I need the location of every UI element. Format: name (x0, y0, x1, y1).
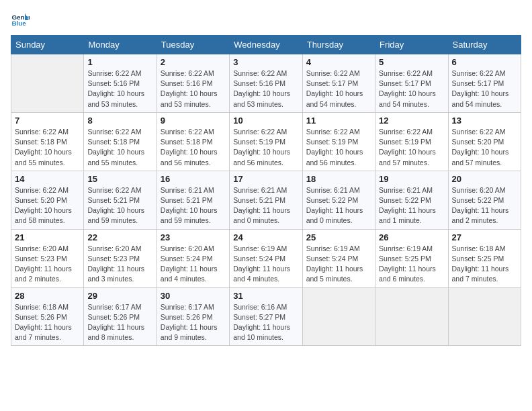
calendar-table: SundayMondayTuesdayWednesdayThursdayFrid… (11, 35, 521, 346)
day-info: Sunrise: 6:17 AM Sunset: 5:26 PM Dayligh… (87, 302, 152, 343)
day-cell: 23Sunrise: 6:20 AM Sunset: 5:24 PM Dayli… (157, 229, 229, 287)
day-number: 31 (233, 291, 298, 301)
day-info: Sunrise: 6:22 AM Sunset: 5:19 PM Dayligh… (306, 127, 371, 168)
day-info: Sunrise: 6:17 AM Sunset: 5:26 PM Dayligh… (161, 302, 226, 343)
day-cell: 28Sunrise: 6:18 AM Sunset: 5:26 PM Dayli… (11, 287, 84, 346)
day-cell (375, 287, 448, 346)
day-number: 13 (452, 116, 517, 126)
day-cell: 29Sunrise: 6:17 AM Sunset: 5:26 PM Dayli… (84, 287, 157, 346)
day-info: Sunrise: 6:22 AM Sunset: 5:17 PM Dayligh… (306, 68, 371, 109)
day-number: 17 (233, 174, 298, 184)
day-info: Sunrise: 6:22 AM Sunset: 5:16 PM Dayligh… (161, 68, 226, 109)
day-number: 3 (233, 57, 298, 67)
day-number: 19 (379, 174, 444, 184)
day-number: 20 (452, 174, 517, 184)
day-info: Sunrise: 6:18 AM Sunset: 5:25 PM Dayligh… (452, 244, 517, 285)
header-cell-wednesday: Wednesday (230, 36, 302, 54)
day-info: Sunrise: 6:20 AM Sunset: 5:23 PM Dayligh… (15, 244, 80, 285)
day-cell: 24Sunrise: 6:19 AM Sunset: 5:24 PM Dayli… (230, 229, 302, 287)
day-cell: 10Sunrise: 6:22 AM Sunset: 5:19 PM Dayli… (230, 112, 302, 171)
day-number: 4 (306, 57, 371, 67)
day-cell: 30Sunrise: 6:17 AM Sunset: 5:26 PM Dayli… (157, 287, 229, 346)
day-info: Sunrise: 6:19 AM Sunset: 5:24 PM Dayligh… (306, 244, 371, 285)
day-cell: 16Sunrise: 6:21 AM Sunset: 5:21 PM Dayli… (157, 171, 229, 229)
header-cell-thursday: Thursday (302, 36, 375, 54)
day-number: 29 (87, 291, 152, 301)
calendar-body: 1Sunrise: 6:22 AM Sunset: 5:16 PM Daylig… (11, 54, 521, 346)
day-cell: 20Sunrise: 6:20 AM Sunset: 5:22 PM Dayli… (448, 171, 521, 229)
day-info: Sunrise: 6:19 AM Sunset: 5:24 PM Dayligh… (233, 244, 298, 285)
day-info: Sunrise: 6:22 AM Sunset: 5:20 PM Dayligh… (452, 127, 517, 168)
day-number: 2 (161, 57, 226, 67)
day-number: 21 (15, 232, 80, 242)
day-info: Sunrise: 6:18 AM Sunset: 5:26 PM Dayligh… (15, 302, 80, 343)
day-number: 26 (379, 232, 444, 242)
day-cell (448, 287, 521, 346)
day-number: 16 (161, 174, 226, 184)
logo-icon: General Blue (11, 11, 30, 30)
day-number: 12 (379, 116, 444, 126)
day-cell: 17Sunrise: 6:21 AM Sunset: 5:21 PM Dayli… (230, 171, 302, 229)
day-cell: 3Sunrise: 6:22 AM Sunset: 5:16 PM Daylig… (230, 54, 302, 113)
day-cell: 26Sunrise: 6:19 AM Sunset: 5:25 PM Dayli… (375, 229, 448, 287)
day-info: Sunrise: 6:21 AM Sunset: 5:22 PM Dayligh… (379, 185, 444, 226)
day-cell: 9Sunrise: 6:22 AM Sunset: 5:18 PM Daylig… (157, 112, 229, 171)
day-number: 8 (87, 116, 152, 126)
day-cell: 12Sunrise: 6:22 AM Sunset: 5:19 PM Dayli… (375, 112, 448, 171)
day-info: Sunrise: 6:21 AM Sunset: 5:22 PM Dayligh… (306, 185, 371, 226)
day-number: 18 (306, 174, 371, 184)
week-row-3: 14Sunrise: 6:22 AM Sunset: 5:20 PM Dayli… (11, 171, 521, 229)
day-info: Sunrise: 6:22 AM Sunset: 5:16 PM Dayligh… (87, 68, 152, 109)
day-info: Sunrise: 6:19 AM Sunset: 5:25 PM Dayligh… (379, 244, 444, 285)
day-number: 1 (87, 57, 152, 67)
day-number: 15 (87, 174, 152, 184)
header: General Blue (11, 11, 521, 30)
day-cell: 22Sunrise: 6:20 AM Sunset: 5:23 PM Dayli… (84, 229, 157, 287)
day-number: 9 (161, 116, 226, 126)
day-cell: 19Sunrise: 6:21 AM Sunset: 5:22 PM Dayli… (375, 171, 448, 229)
day-info: Sunrise: 6:22 AM Sunset: 5:18 PM Dayligh… (161, 127, 226, 168)
day-info: Sunrise: 6:20 AM Sunset: 5:23 PM Dayligh… (87, 244, 152, 285)
header-cell-monday: Monday (84, 36, 157, 54)
week-row-4: 21Sunrise: 6:20 AM Sunset: 5:23 PM Dayli… (11, 229, 521, 287)
header-cell-tuesday: Tuesday (157, 36, 229, 54)
day-cell: 7Sunrise: 6:22 AM Sunset: 5:18 PM Daylig… (11, 112, 84, 171)
day-number: 30 (161, 291, 226, 301)
day-cell: 25Sunrise: 6:19 AM Sunset: 5:24 PM Dayli… (302, 229, 375, 287)
day-cell (11, 54, 84, 113)
day-cell: 21Sunrise: 6:20 AM Sunset: 5:23 PM Dayli… (11, 229, 84, 287)
day-info: Sunrise: 6:22 AM Sunset: 5:19 PM Dayligh… (379, 127, 444, 168)
day-info: Sunrise: 6:22 AM Sunset: 5:17 PM Dayligh… (379, 68, 444, 109)
day-cell (302, 287, 375, 346)
day-info: Sunrise: 6:22 AM Sunset: 5:18 PM Dayligh… (15, 127, 80, 168)
day-info: Sunrise: 6:16 AM Sunset: 5:27 PM Dayligh… (233, 302, 298, 343)
day-cell: 2Sunrise: 6:22 AM Sunset: 5:16 PM Daylig… (157, 54, 229, 113)
day-info: Sunrise: 6:21 AM Sunset: 5:21 PM Dayligh… (161, 185, 226, 226)
header-cell-saturday: Saturday (448, 36, 521, 54)
day-cell: 8Sunrise: 6:22 AM Sunset: 5:18 PM Daylig… (84, 112, 157, 171)
day-info: Sunrise: 6:22 AM Sunset: 5:17 PM Dayligh… (452, 68, 517, 109)
day-cell: 1Sunrise: 6:22 AM Sunset: 5:16 PM Daylig… (84, 54, 157, 113)
week-row-5: 28Sunrise: 6:18 AM Sunset: 5:26 PM Dayli… (11, 287, 521, 346)
day-cell: 4Sunrise: 6:22 AM Sunset: 5:17 PM Daylig… (302, 54, 375, 113)
day-cell: 6Sunrise: 6:22 AM Sunset: 5:17 PM Daylig… (448, 54, 521, 113)
logo: General Blue (11, 11, 32, 30)
day-number: 7 (15, 116, 80, 126)
day-info: Sunrise: 6:22 AM Sunset: 5:16 PM Dayligh… (233, 68, 298, 109)
header-row: SundayMondayTuesdayWednesdayThursdayFrid… (11, 36, 521, 54)
day-cell: 13Sunrise: 6:22 AM Sunset: 5:20 PM Dayli… (448, 112, 521, 171)
day-number: 10 (233, 116, 298, 126)
day-number: 5 (379, 57, 444, 67)
day-number: 23 (161, 232, 226, 242)
day-cell: 5Sunrise: 6:22 AM Sunset: 5:17 PM Daylig… (375, 54, 448, 113)
day-number: 25 (306, 232, 371, 242)
day-number: 14 (15, 174, 80, 184)
day-info: Sunrise: 6:20 AM Sunset: 5:24 PM Dayligh… (161, 244, 226, 285)
header-cell-sunday: Sunday (11, 36, 84, 54)
day-number: 22 (87, 232, 152, 242)
day-cell: 27Sunrise: 6:18 AM Sunset: 5:25 PM Dayli… (448, 229, 521, 287)
day-number: 11 (306, 116, 371, 126)
week-row-2: 7Sunrise: 6:22 AM Sunset: 5:18 PM Daylig… (11, 112, 521, 171)
day-number: 27 (452, 232, 517, 242)
day-info: Sunrise: 6:22 AM Sunset: 5:19 PM Dayligh… (233, 127, 298, 168)
